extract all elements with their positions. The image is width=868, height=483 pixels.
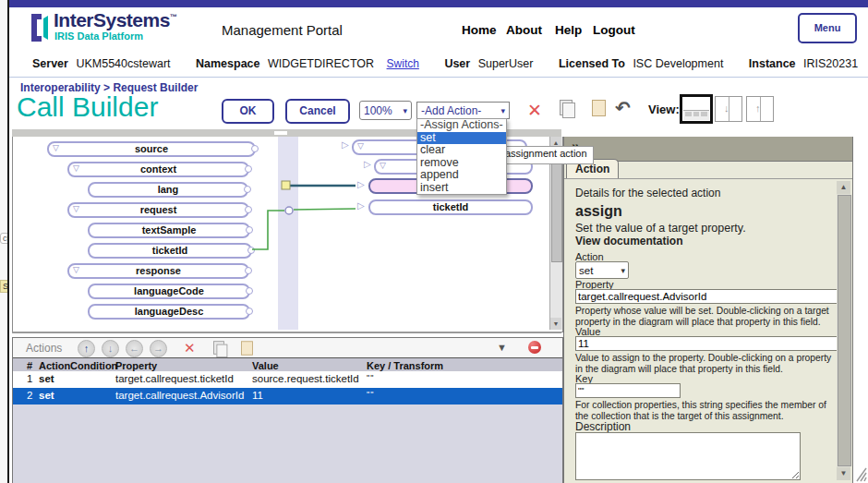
diagram-scrollbar[interactable]: ▲ ▼ xyxy=(549,137,562,330)
row-action: set xyxy=(39,390,54,401)
action-row-selected[interactable]: 2 set target.callrequest.AdvisorId 11 "" xyxy=(13,388,562,405)
scrollbar-thumb[interactable] xyxy=(838,195,851,466)
row-action: set xyxy=(39,373,54,384)
top-accent-bar xyxy=(9,0,868,7)
copy-action-icon[interactable] xyxy=(212,340,225,356)
actions-title: Actions xyxy=(26,342,62,355)
brand-subtitle: IRIS Data Platform xyxy=(54,30,143,42)
view-documentation-link[interactable]: View documentation xyxy=(575,235,682,248)
chevron-down-icon: ▾ xyxy=(403,106,407,115)
row-value: source.request.ticketId xyxy=(252,373,359,384)
delete-action-icon[interactable]: ✕ xyxy=(184,340,196,356)
row-key: "" xyxy=(367,390,374,399)
zoom-select[interactable]: 100% ▾ xyxy=(359,101,412,120)
view-label: View: xyxy=(648,103,680,116)
remove-all-icon[interactable] xyxy=(528,341,541,354)
key-help-text: For collection properties, this string s… xyxy=(575,400,839,422)
background-window-sliver: ct S xyxy=(0,0,7,483)
paste-icon[interactable] xyxy=(592,100,606,116)
server-label: Server xyxy=(32,57,68,70)
move-up-button[interactable]: ↑ xyxy=(78,340,95,357)
menu-item-insert[interactable]: insert xyxy=(417,182,506,195)
details-intro: Details for the selected action xyxy=(575,187,720,199)
col-action: Action xyxy=(39,360,70,371)
nav-logout[interactable]: Logout xyxy=(593,23,635,37)
menu-button[interactable]: Menu xyxy=(798,13,857,43)
move-right-button[interactable]: → xyxy=(150,340,167,357)
action-row[interactable]: 1 set target.callrequest.ticketId source… xyxy=(13,371,562,389)
intersystems-logo-icon xyxy=(30,12,52,43)
chevron-down-icon: ▾ xyxy=(500,106,505,115)
cancel-button[interactable]: Cancel xyxy=(285,99,350,124)
menu-item-set[interactable]: set xyxy=(417,132,506,145)
menu-item-remove[interactable]: remove xyxy=(417,157,506,170)
trademark: ™ xyxy=(170,13,177,21)
brand-name: InterSystems™ xyxy=(54,9,176,31)
collapse-caret-icon[interactable]: ▼ xyxy=(497,342,507,353)
panel-scrollbar[interactable]: ▲ ▼ xyxy=(837,181,850,480)
licensed-to-label: Licensed To xyxy=(559,57,625,70)
col-key-transform: Key / Transform xyxy=(367,360,443,371)
scroll-down-icon[interactable]: ▼ xyxy=(550,318,561,330)
description-field-label: Description xyxy=(575,420,631,433)
arrow-up-icon: ↑ xyxy=(755,103,761,114)
view-expand-up-button[interactable]: ↑ xyxy=(746,96,774,122)
action-select-value: set xyxy=(579,265,593,276)
instance-value: IRIS20231 xyxy=(803,57,858,70)
edge-fragment: S xyxy=(0,280,7,293)
add-action-select[interactable]: -Add Action- ▾ xyxy=(416,102,510,119)
col-property: Property xyxy=(115,360,157,371)
ok-button[interactable]: OK xyxy=(222,99,274,124)
row-key: "" xyxy=(367,373,374,382)
value-input[interactable] xyxy=(575,336,841,351)
switch-link[interactable]: Switch xyxy=(387,57,419,70)
menu-item-clear[interactable]: clear xyxy=(417,144,506,157)
licensed-to-value: ISC Development xyxy=(633,57,723,70)
user-value: SuperUser xyxy=(478,57,534,70)
edge-fragment: ct xyxy=(0,233,7,244)
menu-item-append[interactable]: append xyxy=(417,169,506,182)
key-input[interactable] xyxy=(575,383,681,398)
actions-toolbar: Actions ↑ ↓ ← → ✕ ▼ xyxy=(13,338,562,358)
scroll-up-icon[interactable]: ▲ xyxy=(837,181,850,194)
value-help-text: Value to assign to the property. Double-… xyxy=(575,353,839,375)
actions-table-header: # Action Condition Property Value Key / … xyxy=(13,357,562,372)
move-down-button[interactable]: ↓ xyxy=(102,340,119,357)
nav-help[interactable]: Help xyxy=(555,23,582,37)
add-action-select-value: -Add Action- xyxy=(421,104,481,117)
copy-icon[interactable] xyxy=(560,100,573,115)
row-property: target.callrequest.AdvisorId xyxy=(115,390,244,401)
row-property: target.callrequest.ticketId xyxy=(115,373,234,384)
namespace-label: Namespace xyxy=(196,57,260,70)
panel-content: Details for the selected action assign S… xyxy=(564,178,852,483)
resize-grip-icon[interactable] xyxy=(853,466,867,482)
nav-home[interactable]: Home xyxy=(462,23,497,37)
view-split-bottom-button[interactable] xyxy=(680,94,713,124)
server-value: UKM5540cstewart xyxy=(76,57,170,70)
menu-item-assign-actions: -Assign Actions- xyxy=(417,119,506,132)
action-heading: assign xyxy=(575,203,622,220)
row-num: 1 xyxy=(27,373,32,384)
action-subheading: Set the value of a target property. xyxy=(575,222,746,235)
col-value: Value xyxy=(252,360,279,371)
nav-about[interactable]: About xyxy=(506,23,542,37)
description-textarea[interactable] xyxy=(575,432,801,480)
delete-icon[interactable]: ✕ xyxy=(527,100,542,121)
action-select[interactable]: set ▾ xyxy=(575,261,629,279)
portal-title: Management Portal xyxy=(222,22,343,38)
paste-action-icon[interactable] xyxy=(240,340,254,356)
scroll-down-icon[interactable]: ▼ xyxy=(837,467,850,480)
action-details-panel: » Action Details for the selected action… xyxy=(563,137,853,483)
user-label: User xyxy=(444,57,470,70)
move-left-button[interactable]: ← xyxy=(126,340,143,357)
undo-icon[interactable]: ↶ xyxy=(615,97,631,119)
instance-label: Instance xyxy=(749,57,796,70)
arrow-down-icon: ↓ xyxy=(724,103,729,114)
namespace-value: WIDGETDIRECTOR xyxy=(268,57,374,70)
view-expand-down-button[interactable]: ↓ xyxy=(715,96,742,122)
panel-header: » xyxy=(564,137,852,162)
actions-panel: Actions ↑ ↓ ← → ✕ ▼ # Action Condition P… xyxy=(12,337,563,483)
chevron-down-icon: ▾ xyxy=(621,266,625,275)
property-input[interactable] xyxy=(575,289,841,304)
scrollbar-thumb[interactable] xyxy=(551,150,562,262)
